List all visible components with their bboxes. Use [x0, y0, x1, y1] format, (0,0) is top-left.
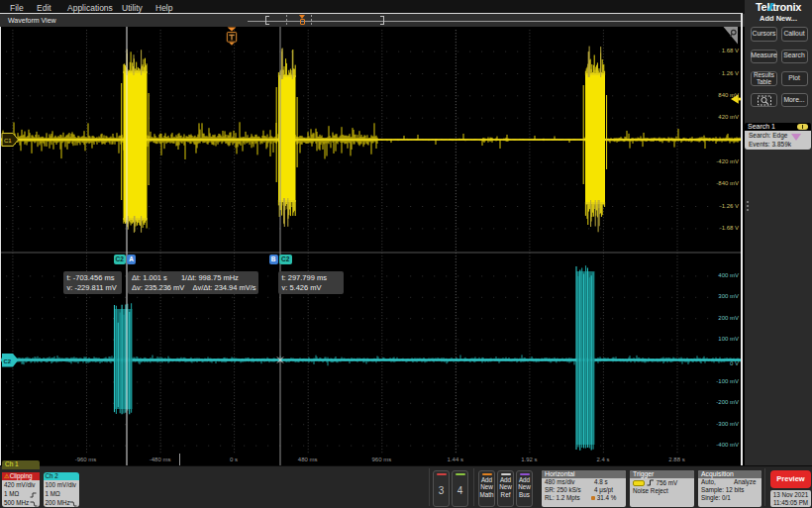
svg-text:C2: C2	[4, 358, 12, 364]
svg-text:C1: C1	[4, 138, 12, 144]
